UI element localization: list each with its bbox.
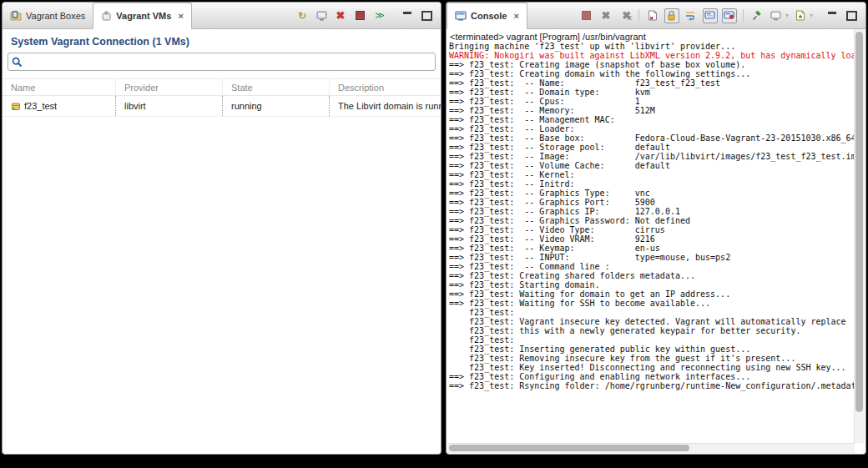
tab-label: Vagrant VMs	[116, 11, 171, 21]
refresh-icon[interactable]: ↻	[295, 8, 310, 23]
vagrant-vms-view: Vagrant Boxes Vagrant VMs × ↻ ✖	[2, 2, 442, 455]
close-icon[interactable]: ×	[178, 11, 183, 21]
console-line: ==> f23_test: -- INPUT: type=mouse, bus=…	[449, 253, 854, 262]
console-toolbar: ✖ ✖ₓ	[579, 3, 865, 28]
horizontal-scrollbar-thumb[interactable]	[449, 445, 689, 451]
console-line: ==> f23_test: Configuring and enabling n…	[449, 372, 854, 381]
column-header-name[interactable]: Name	[3, 79, 115, 95]
terminate-icon[interactable]	[579, 8, 594, 23]
console-line: ==> f23_test: -- Cpus: 1	[449, 97, 854, 106]
console-output[interactable]: Bringing machine 'f23_test' up with 'lib…	[447, 42, 854, 442]
console-line: f23_test:	[449, 308, 854, 317]
delete-icon[interactable]: ✖	[333, 8, 348, 23]
console-line: ==> f23_test: -- Base box: Fedora-Cloud-…	[449, 133, 854, 143]
tab-label: Console	[471, 11, 507, 21]
vm-name: f23_test	[24, 101, 57, 111]
console-line: ==> f23_test: -- Loader:	[449, 124, 854, 133]
minimize-icon[interactable]	[400, 8, 415, 23]
console-line: ==> f23_test: Creating shared folders me…	[449, 271, 854, 280]
vagrant-boxes-icon	[10, 10, 22, 21]
scroll-lock-icon[interactable]	[664, 8, 679, 23]
console-line: ==> f23_test: -- Storage pool: default	[449, 143, 854, 152]
terminate-icon[interactable]	[352, 8, 367, 23]
console-line: f23_test: Inserting generated public key…	[449, 345, 854, 354]
console-line: ==> f23_test: -- Volume Cache: default	[449, 161, 854, 170]
maximize-icon[interactable]	[419, 8, 434, 23]
vm-description: The Libvirt domain is running	[329, 96, 441, 116]
open-console-chevron-icon[interactable]: ▾	[810, 12, 813, 19]
console-line: ==> f23_test: Waiting for domain to get …	[449, 289, 854, 299]
table-header: Name Provider State Description	[3, 78, 441, 96]
console-line: ==> f23_test: -- Image: /var/lib/libvirt…	[449, 152, 854, 161]
console-tabbar: Console × ✖ ✖ₓ	[447, 3, 865, 29]
column-header-description[interactable]: Description	[329, 79, 441, 95]
console-line: ==> f23_test: Waiting for SSH to become …	[449, 299, 854, 308]
console-line: ==> f23_test: -- Initrd:	[449, 179, 854, 189]
console-line: Bringing machine 'f23_test' up with 'lib…	[449, 42, 854, 51]
console-line: ==> f23_test: -- Command line :	[449, 262, 854, 271]
search-box[interactable]	[8, 53, 436, 71]
console-line: ==> f23_test: -- Graphics Password: Not …	[449, 216, 854, 225]
open-console-icon[interactable]	[793, 8, 808, 23]
vm-table: Name Provider State Description f23_test…	[3, 78, 441, 117]
console-line: f23_test: Vagrant insecure key detected.…	[449, 317, 854, 326]
tab-vagrant-vms[interactable]: Vagrant VMs ×	[93, 3, 191, 29]
console-line: ==> f23_test: -- Keymap: en-us	[449, 244, 854, 253]
tab-console[interactable]: Console ×	[447, 3, 527, 29]
console-line: ==> f23_test: Starting domain.	[449, 280, 854, 289]
tab-label: Vagrant Boxes	[26, 11, 85, 21]
console-line: f23_test: this with a newly generated ke…	[449, 326, 854, 335]
vagrant-vms-icon	[101, 11, 112, 22]
column-header-provider[interactable]: Provider	[115, 79, 222, 95]
column-header-state[interactable]: State	[222, 79, 329, 95]
console-line: ==> f23_test: -- Memory: 512M	[449, 106, 854, 115]
table-row[interactable]: f23_test libvirt running The Libvirt dom…	[3, 96, 441, 117]
console-line: ==> f23_test: Creating image (snapshot o…	[449, 60, 854, 69]
vertical-scrollbar-thumb[interactable]	[855, 32, 863, 412]
show-stderr-icon[interactable]	[722, 8, 737, 23]
console-icon	[455, 11, 467, 21]
vertical-scrollbar[interactable]	[854, 29, 865, 443]
run-icon[interactable]: ≫	[371, 8, 386, 23]
console-line: ==> f23_test: Creating domain with the f…	[449, 69, 854, 78]
vm-state: running	[222, 96, 329, 116]
close-icon[interactable]: ×	[513, 11, 518, 21]
left-toolbar: ↻ ✖ ≫	[295, 3, 441, 28]
console-line: ==> f23_test: -- Video VRAM: 9216	[449, 234, 854, 244]
console-view: Console × ✖ ✖ₓ	[446, 2, 866, 455]
display-console-icon[interactable]	[769, 8, 784, 23]
tab-vagrant-boxes[interactable]: Vagrant Boxes	[3, 3, 93, 28]
vm-icon	[11, 101, 21, 111]
display-console-chevron-icon[interactable]: ▾	[785, 12, 789, 19]
console-line: ==> f23_test: -- Graphics IP: 127.0.0.1	[449, 207, 854, 216]
console-line: f23_test: Key inserted! Disconnecting an…	[449, 363, 854, 372]
remove-all-launches-icon[interactable]: ✖ₓ	[618, 8, 633, 23]
console-line: ==> f23_test: -- Kernel:	[449, 170, 854, 179]
console-line: ==> f23_test: -- Name: f23_test_f23_test	[449, 78, 854, 88]
console-line: ==> f23_test: -- Video Type: cirrus	[449, 225, 854, 234]
console-line: ==> f23_test: -- Management MAC:	[449, 115, 854, 124]
console-process-label: <terminated> vagrant [Program] /usr/bin/…	[447, 29, 865, 43]
view-title: System Vagrant Connection (1 VMs)	[3, 29, 441, 52]
console-line: WARNING: Nokogiri was built against LibX…	[449, 51, 854, 60]
console-line: f23_test: Removing insecure key from the…	[449, 354, 854, 363]
word-wrap-icon[interactable]	[684, 8, 699, 23]
minimize-icon[interactable]	[825, 8, 840, 23]
console-line: ==> f23_test: Rsyncing folder: /home/rgr…	[449, 381, 854, 390]
clear-console-icon[interactable]	[645, 8, 660, 23]
show-stdout-icon[interactable]	[703, 8, 718, 23]
maximize-icon[interactable]	[844, 8, 859, 23]
monitor-icon[interactable]	[314, 8, 329, 23]
pin-console-icon[interactable]	[749, 8, 765, 23]
horizontal-scrollbar[interactable]	[447, 443, 855, 453]
left-tabbar: Vagrant Boxes Vagrant VMs × ↻ ✖	[3, 3, 441, 29]
remove-launch-icon[interactable]: ✖	[598, 8, 613, 23]
console-line: ==> f23_test: -- Domain type: kvm	[449, 88, 854, 97]
search-icon	[12, 57, 23, 68]
console-line: ==> f23_test: -- Graphics Port: 5900	[449, 198, 854, 207]
console-line: f23_test:	[449, 335, 854, 345]
console-line: ==> f23_test: -- Graphics Type: vnc	[449, 189, 854, 198]
search-input[interactable]	[26, 56, 431, 68]
vm-provider: libvirt	[115, 96, 222, 116]
